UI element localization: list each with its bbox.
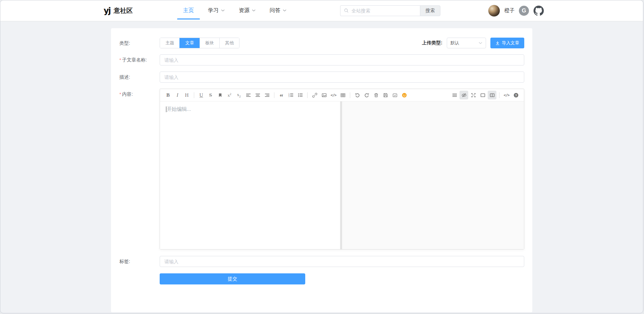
reading-mode-icon[interactable] xyxy=(478,91,487,99)
type-row: 类型: 主题 文章 板块 其他 上传类型: 默认 导入文章 xyxy=(119,38,524,48)
upload-type-value: 默认 xyxy=(450,40,459,46)
align-center-icon[interactable] xyxy=(253,91,262,99)
type-label: 类型: xyxy=(119,38,160,48)
site-search: 搜索 xyxy=(340,5,440,16)
submit-row: 提交 xyxy=(119,273,524,284)
tags-label: 标签: xyxy=(119,256,160,267)
emoji-icon[interactable] xyxy=(400,91,409,99)
editor-toolbar-left: BIHUSx2x2“123</> xyxy=(163,91,409,99)
editor-placeholder: 开始编辑... xyxy=(167,106,191,112)
navigation-icon[interactable] xyxy=(450,91,459,99)
markdown-editor: BIHUSx2x2“123</> </>? 开始编辑... xyxy=(160,89,524,250)
sub-article-name-label: *子文章名称: xyxy=(119,54,160,65)
upload-type-select[interactable]: 默认 xyxy=(447,38,486,48)
gitee-icon[interactable]: G xyxy=(519,6,529,16)
toolbar-divider xyxy=(274,92,274,98)
nav-item-learn[interactable]: 学习 xyxy=(208,0,225,21)
chevron-down-icon xyxy=(283,9,286,12)
brand-logo-icon: yj xyxy=(104,7,110,15)
search-icon xyxy=(344,8,349,13)
nav-item-label: 资源 xyxy=(239,7,250,14)
main-nav: 主页 学习 资源 问答 xyxy=(183,0,286,21)
folder-check-icon[interactable] xyxy=(390,91,399,99)
table-icon[interactable] xyxy=(338,91,347,99)
subscript-icon[interactable]: x2 xyxy=(234,91,243,99)
sub-article-name-input[interactable] xyxy=(160,54,524,65)
username[interactable]: 橙子 xyxy=(504,7,515,14)
sub-article-name-row: *子文章名称: xyxy=(119,54,524,65)
text-cursor xyxy=(166,106,166,112)
chevron-down-icon xyxy=(252,9,256,12)
avatar[interactable] xyxy=(488,5,500,17)
type-option-article[interactable]: 文章 xyxy=(179,38,199,48)
top-navbar: yj 意社区 主页 学习 资源 问答 搜索 xyxy=(0,0,643,21)
save-icon[interactable] xyxy=(381,91,390,99)
align-right-icon[interactable] xyxy=(263,91,271,99)
editor-input-pane[interactable]: 开始编辑... xyxy=(160,101,340,249)
submit-button[interactable]: 提交 xyxy=(160,273,305,284)
toolbar-divider xyxy=(499,92,499,98)
brand-name: 意社区 xyxy=(114,6,133,15)
tags-row: 标签: xyxy=(119,256,524,267)
editor-preview-pane xyxy=(342,101,524,249)
content-label: *内容: xyxy=(119,89,160,250)
editor-toolbar: BIHUSx2x2“123</> </>? xyxy=(160,89,524,101)
type-option-topic[interactable]: 主题 xyxy=(160,38,179,48)
tags-input[interactable] xyxy=(160,256,524,267)
chevron-down-icon xyxy=(479,42,482,44)
search-button[interactable]: 搜索 xyxy=(420,5,440,16)
html-code-icon[interactable]: </> xyxy=(502,91,511,99)
brand[interactable]: yj 意社区 xyxy=(104,6,133,15)
split-view-icon[interactable] xyxy=(488,91,496,99)
image-icon[interactable] xyxy=(320,91,328,99)
editor-body: 开始编辑... xyxy=(160,101,524,249)
import-article-button[interactable]: 导入文章 xyxy=(490,38,524,48)
toolbar-divider xyxy=(307,92,308,98)
type-segmented-control: 主题 文章 板块 其他 xyxy=(160,38,239,48)
search-input-wrap xyxy=(340,5,420,16)
ordered-list-icon[interactable]: 123 xyxy=(286,91,295,99)
undo-icon[interactable] xyxy=(353,91,362,99)
underline-icon[interactable]: U xyxy=(197,91,206,99)
download-icon xyxy=(495,41,500,45)
toolbar-divider xyxy=(194,92,194,98)
mark-icon[interactable] xyxy=(216,91,224,99)
nav-item-qa[interactable]: 问答 xyxy=(270,0,286,21)
help-icon[interactable]: ? xyxy=(512,91,520,99)
trash-icon[interactable] xyxy=(372,91,380,99)
redo-icon[interactable] xyxy=(362,91,371,99)
nav-item-label: 主页 xyxy=(183,7,194,14)
align-left-icon[interactable] xyxy=(244,91,253,99)
description-row: 描述: xyxy=(119,72,524,83)
required-marker: * xyxy=(119,92,121,97)
user-area: 橙子 G xyxy=(488,5,544,17)
fullscreen-icon[interactable] xyxy=(469,91,478,99)
link-icon[interactable] xyxy=(310,91,319,99)
nav-item-resources[interactable]: 资源 xyxy=(239,0,256,21)
github-icon[interactable] xyxy=(533,5,544,16)
code-icon[interactable]: </> xyxy=(329,91,338,99)
bold-icon[interactable]: B xyxy=(164,91,172,99)
superscript-icon[interactable]: x2 xyxy=(225,91,234,99)
quote-icon[interactable]: “ xyxy=(277,91,286,99)
type-option-other[interactable]: 其他 xyxy=(219,38,239,48)
strikethrough-icon[interactable]: S xyxy=(206,91,215,99)
nav-item-label: 学习 xyxy=(208,7,219,14)
type-option-board[interactable]: 板块 xyxy=(200,38,219,48)
upload-type-label: 上传类型: xyxy=(422,40,442,46)
preview-toggle-icon[interactable] xyxy=(460,91,468,99)
article-form-card: 类型: 主题 文章 板块 其他 上传类型: 默认 导入文章 xyxy=(111,28,532,312)
italic-icon[interactable]: I xyxy=(173,91,182,99)
nav-item-home[interactable]: 主页 xyxy=(183,0,194,21)
nav-item-label: 问答 xyxy=(270,7,280,14)
upload-type-group: 上传类型: 默认 导入文章 xyxy=(422,38,524,48)
description-input[interactable] xyxy=(160,72,524,83)
description-label: 描述: xyxy=(119,72,160,83)
editor-toolbar-right: </>? xyxy=(450,91,521,99)
unordered-list-icon[interactable] xyxy=(296,91,305,99)
svg-text:?: ? xyxy=(515,93,517,97)
app-window: yj 意社区 主页 学习 资源 问答 搜索 xyxy=(0,0,643,313)
header-icon[interactable]: H xyxy=(182,91,191,99)
search-input[interactable] xyxy=(352,8,417,13)
svg-text:3: 3 xyxy=(288,95,289,97)
